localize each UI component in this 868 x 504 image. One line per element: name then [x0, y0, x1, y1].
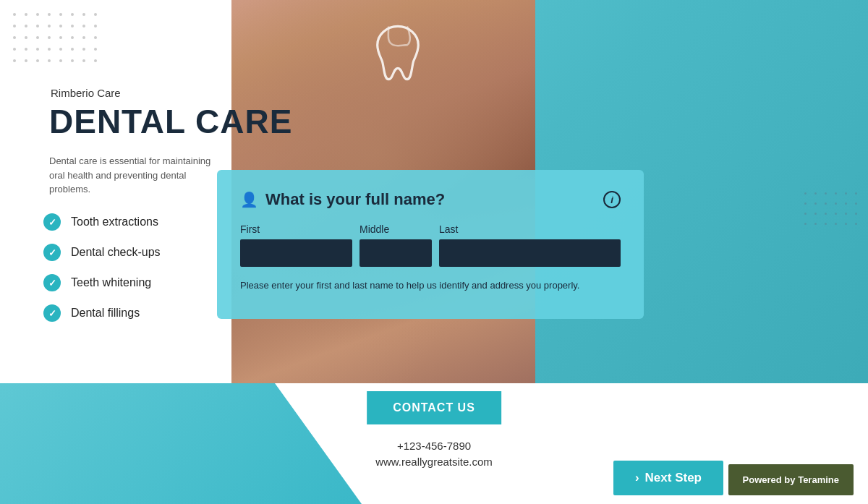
middle-label: Middle — [359, 223, 432, 235]
modal-title: What is your full name? — [265, 190, 445, 209]
list-item: Dental check-ups — [43, 244, 161, 261]
helper-text: Please enter your first and last name to… — [240, 278, 621, 293]
list-item: Tooth extractions — [43, 213, 161, 231]
powered-brand: Teramine — [798, 474, 839, 485]
check-icon — [43, 304, 61, 322]
next-step-arrow: › — [635, 471, 639, 485]
check-icon — [43, 213, 61, 231]
modal-title-row: 👤 What is your full name? — [240, 190, 445, 209]
check-icon — [43, 244, 61, 261]
contact-website: www.reallygreatsite.com — [375, 456, 493, 468]
last-label: Last — [439, 223, 621, 235]
dots-decoration — [9, 9, 101, 67]
info-icon[interactable]: i — [603, 191, 621, 208]
name-input-row — [240, 239, 621, 267]
brand-description: Dental care is essential for maintaining… — [49, 154, 223, 197]
first-name-input[interactable] — [240, 239, 352, 267]
contact-us-button[interactable]: CONTACT US — [367, 391, 501, 424]
tooth-icon — [369, 22, 427, 87]
list-item: Teeth whitening — [43, 274, 161, 291]
service-list: Tooth extractions Dental check-ups Teeth… — [43, 213, 161, 335]
contact-phone: +123-456-7890 — [397, 440, 471, 452]
check-icon — [43, 274, 61, 291]
middle-name-input[interactable] — [359, 239, 432, 267]
first-label: First — [240, 223, 352, 235]
brand-title: DENTAL CARE — [49, 105, 292, 138]
name-modal: 👤 What is your full name? i First Middle… — [217, 170, 644, 319]
dots-decoration-right — [800, 188, 861, 228]
next-step-label: Next Step — [645, 471, 702, 485]
powered-label: Powered by — [743, 474, 796, 485]
modal-header: 👤 What is your full name? i — [240, 190, 621, 209]
next-step-button[interactable]: › Next Step — [613, 461, 723, 495]
person-icon: 👤 — [240, 191, 258, 208]
last-name-input[interactable] — [439, 239, 621, 267]
list-item: Dental fillings — [43, 304, 161, 322]
powered-by-badge: Powered by Teramine — [728, 464, 854, 495]
brand-subtitle: Rimberio Care — [51, 87, 121, 99]
field-labels-row: First Middle Last — [240, 223, 621, 235]
